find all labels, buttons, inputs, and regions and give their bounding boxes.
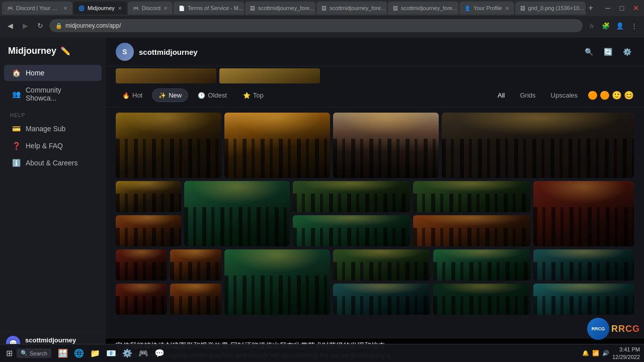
image-cell-2-1[interactable] (116, 181, 181, 212)
taskbar-notification-icon[interactable]: 🔔 (582, 350, 589, 356)
view-all-button[interactable]: All (493, 89, 510, 101)
user-name: scottmidjourney (25, 336, 76, 344)
tab-close-midjourney[interactable]: ✕ (118, 6, 122, 11)
filter-tab-top[interactable]: ⭐ Top (236, 88, 270, 102)
sidebar-item-about-careers[interactable]: ℹ️ About & Careers (4, 155, 102, 171)
sidebar-item-manage-sub[interactable]: 💳 Manage Sub (4, 121, 102, 137)
image-cell-3-3[interactable] (116, 284, 167, 315)
hot-icon: 🔥 (122, 92, 130, 99)
image-cell-1-3[interactable] (333, 113, 439, 178)
tab-midjourney[interactable]: 🌀 Midjourney ✕ (73, 2, 127, 15)
close-window-button[interactable]: ✕ (630, 2, 642, 14)
taskbar-windows-icon[interactable]: 🪟 (55, 346, 70, 361)
tab-profile[interactable]: 👤 Your Profile ✕ (459, 2, 514, 15)
image-cell-2-4[interactable] (293, 181, 410, 212)
top-image-preview-2[interactable] (219, 68, 320, 83)
image-cell-3-10[interactable] (533, 249, 634, 281)
taskbar-folder-icon[interactable]: 📁 (88, 346, 103, 361)
account-icon[interactable]: 👤 (614, 20, 626, 32)
image-cell-3-1[interactable] (116, 249, 167, 281)
top-image-preview-1[interactable] (116, 68, 216, 83)
address-box[interactable]: 🔒 midjourney.com/app/ (49, 19, 583, 32)
image-cell-3-4[interactable] (170, 284, 221, 315)
tab-icon-scott3: 🖼 (393, 6, 398, 11)
about-icon: ℹ️ (12, 159, 21, 167)
filter-tab-new[interactable]: ✨ New (152, 88, 188, 102)
image-cell-3-6[interactable] (333, 249, 430, 281)
image-cell-3-7[interactable] (433, 249, 530, 281)
app-container: Midjourney ✏️ 🏠 Home 👥 Community Showca.… (0, 38, 644, 362)
image-group-3 (116, 249, 221, 315)
tab-tos[interactable]: 📄 Terms of Service - M... ✕ (174, 2, 244, 15)
image-cell-1-2[interactable] (224, 113, 330, 178)
tab-grid[interactable]: 🖼 grid_0.png (1536×10... ✕ (515, 2, 586, 15)
tab-close-profile[interactable]: ✕ (505, 6, 509, 11)
filter-tab-oldest[interactable]: 🕐 Oldest (191, 88, 233, 102)
watermark-circle-text: RRCG (592, 326, 605, 332)
tab-discord[interactable]: 🎮 Discord | Your Place t... ✕ (2, 2, 72, 15)
tab-discord2[interactable]: 🎮 Discord ✕ (128, 2, 173, 15)
tab-icon-discord2: 🎮 (133, 6, 139, 11)
image-cell-2-2[interactable] (116, 215, 181, 246)
reload-button[interactable]: ↻ (34, 20, 46, 32)
extensions-icon[interactable]: 🧩 (600, 20, 612, 32)
taskbar-game-icon[interactable]: 🎮 (136, 346, 151, 361)
image-cell-2-8[interactable] (533, 181, 634, 246)
minimize-button[interactable]: ─ (602, 2, 614, 14)
taskbar-chat-icon[interactable]: 💬 (152, 346, 167, 361)
image-cell-2-3[interactable] (184, 181, 290, 246)
taskbar-search[interactable]: 🔍 Search (17, 348, 51, 358)
start-button[interactable]: ⊞ (4, 346, 15, 360)
image-cell-2-6[interactable] (293, 215, 410, 246)
filter-tab-hot[interactable]: 🔥 Hot (116, 88, 149, 102)
maximize-button[interactable]: □ (616, 2, 628, 14)
sidebar-item-manage-sub-label: Manage Sub (26, 125, 65, 133)
emoji-filter-2[interactable]: 🟠 (600, 90, 610, 100)
taskbar-sound-icon[interactable]: 🔊 (602, 350, 609, 356)
taskbar-mail-icon[interactable]: 📧 (104, 346, 119, 361)
taskbar-settings-icon[interactable]: ⚙️ (120, 346, 135, 361)
help-section-label: HELP (0, 107, 106, 120)
sidebar-item-home[interactable]: 🏠 Home (4, 65, 102, 81)
sidebar-item-community[interactable]: 👥 Community Showca... (4, 82, 102, 106)
address-bar-row: ◀ ▶ ↻ 🔒 midjourney.com/app/ ☆ 🧩 👤 ⋮ (0, 16, 644, 35)
toolbar-icons: ☆ 🧩 👤 ⋮ (586, 20, 640, 32)
emoji-filter-1[interactable]: 🟠 (588, 90, 598, 100)
bookmark-icon[interactable]: ☆ (586, 20, 598, 32)
edit-icon[interactable]: ✏️ (60, 46, 70, 56)
emoji-filter-4[interactable]: 😊 (624, 90, 634, 100)
tab-scott1[interactable]: 🖼 scottmidjourney_fore... ✕ (245, 2, 315, 15)
view-grids-button[interactable]: Grids (515, 89, 540, 101)
refresh-icon[interactable]: 🔄 (601, 45, 615, 59)
tab-close-discord[interactable]: ✕ (63, 6, 67, 11)
view-upscales-button[interactable]: Upscales (546, 89, 583, 101)
forward-button[interactable]: ▶ (19, 20, 31, 32)
sidebar-item-help-faq[interactable]: ❓ Help & FAQ (4, 138, 102, 154)
image-cell-3-2[interactable] (170, 249, 221, 281)
image-cell-3-9[interactable] (433, 284, 530, 315)
new-tab-button[interactable]: + (589, 4, 593, 13)
taskbar-browser-icon[interactable]: 🌐 (71, 346, 87, 361)
search-icon[interactable]: 🔍 (582, 45, 596, 59)
taskbar-right: 🔔 📶 🔊 3:41 PM 12/29/2022 (582, 346, 640, 360)
image-cell-1-1[interactable] (116, 113, 221, 178)
menu-icon[interactable]: ⋮ (628, 20, 640, 32)
image-cell-2-7[interactable] (413, 215, 530, 246)
manage-sub-icon: 💳 (12, 125, 21, 133)
image-cell-1-4[interactable] (442, 113, 634, 178)
tab-close-discord2[interactable]: ✕ (164, 6, 168, 11)
filter-bar: 🔥 Hot ✨ New 🕐 Oldest ⭐ Top All Grid (106, 83, 644, 108)
back-button[interactable]: ◀ (4, 20, 16, 32)
image-cell-3-5[interactable] (224, 249, 330, 315)
taskbar-wifi-icon[interactable]: 📶 (592, 350, 599, 356)
image-cell-3-11[interactable] (533, 284, 634, 315)
settings-icon[interactable]: ⚙️ (620, 45, 634, 59)
filter-tab-oldest-label: Oldest (208, 92, 227, 99)
emoji-filter-3[interactable]: 🙂 (612, 90, 622, 100)
browser-chrome: 🎮 Discord | Your Place t... ✕ 🌀 Midjourn… (0, 0, 644, 38)
tab-scott2[interactable]: 🖼 scottmidjourney_fore... ✕ (316, 2, 387, 15)
watermark-circle: RRCG (587, 318, 609, 340)
tab-scott3[interactable]: 🖼 scottmidjourney_fore... ✕ (388, 2, 458, 15)
image-cell-3-8[interactable] (333, 284, 430, 315)
image-cell-2-5[interactable] (413, 181, 530, 212)
